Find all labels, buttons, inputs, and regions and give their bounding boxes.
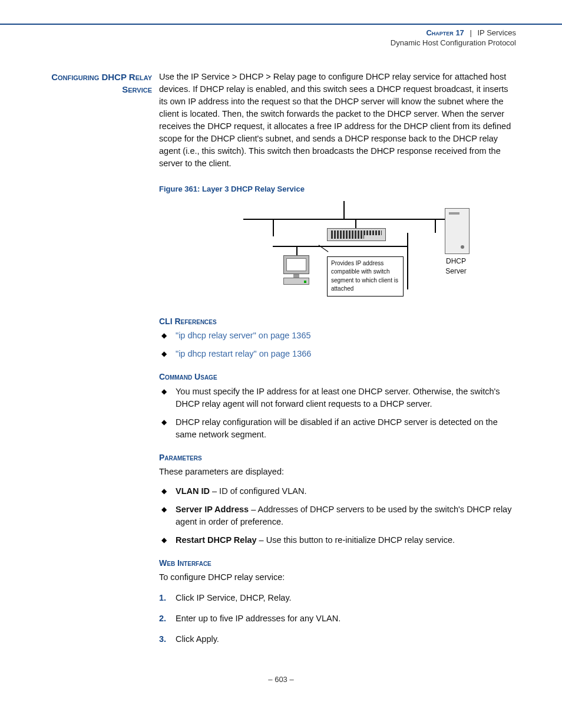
list-item: VLAN ID – ID of configured VLAN. (159, 485, 516, 498)
list-item: DHCP relay configuration will be disable… (159, 416, 516, 441)
cross-reference-link[interactable]: "ip dhcp relay server" on page 1365 (176, 331, 311, 340)
param-name: Restart DHCP Relay (176, 535, 257, 545)
param-desc: – ID of configured VLAN. (210, 486, 306, 496)
parameters-list: VLAN ID – ID of configured VLAN. Server … (159, 485, 516, 546)
chapter-label: Chapter 17 (426, 28, 464, 37)
section-title: Dynamic Host Configuration Protocol (0, 38, 516, 47)
parameters-heading: Parameters (159, 452, 516, 463)
page-number: – 603 – (0, 675, 562, 698)
param-desc: – Use this button to re-initialize DHCP … (257, 535, 455, 545)
chapter-title: IP Services (477, 28, 516, 37)
list-item: Restart DHCP Relay – Use this button to … (159, 534, 516, 546)
param-name: Server IP Address (176, 505, 249, 514)
figure-callout: Provides IP address compatible with swit… (327, 256, 404, 297)
figure-diagram: DHCP Server Provides IP address compatib… (190, 201, 485, 301)
client-pc-icon (280, 255, 313, 291)
step-text: Enter up to five IP addresses for any VL… (176, 614, 340, 623)
command-usage-list: You must specify the IP address for at l… (159, 386, 516, 441)
server-label: DHCP Server (435, 256, 477, 277)
page-header: Chapter 17 | IP Services Dynamic Host Co… (0, 24, 562, 47)
web-interface-heading: Web Interface (159, 557, 516, 569)
param-name: VLAN ID (176, 486, 210, 496)
figure-caption: Figure 361: Layer 3 DHCP Relay Service (159, 184, 516, 195)
cli-references-list: "ip dhcp relay server" on page 1365 "ip … (159, 330, 516, 360)
intro-paragraph: Use the IP Service > DHCP > Relay page t… (159, 71, 516, 170)
list-item: Server IP Address – Addresses of DHCP se… (159, 503, 516, 528)
step-text: Click Apply. (176, 634, 219, 644)
cross-reference-link[interactable]: "ip dhcp restart relay" on page 1366 (176, 349, 311, 358)
step-text: Click IP Service, DHCP, Relay. (176, 593, 292, 602)
list-item: "ip dhcp restart relay" on page 1366 (159, 348, 516, 360)
header-separator: | (470, 28, 471, 37)
parameters-intro: These parameters are displayed: (159, 466, 516, 478)
server-icon (445, 208, 470, 254)
web-interface-steps: 1.Click IP Service, DHCP, Relay. 2.Enter… (159, 592, 516, 645)
step-item: 1.Click IP Service, DHCP, Relay. (159, 592, 516, 604)
switch-icon (327, 228, 386, 241)
web-interface-intro: To configure DHCP relay service: (159, 571, 516, 584)
command-usage-heading: Command Usage (159, 371, 516, 383)
step-item: 3.Click Apply. (159, 633, 516, 645)
list-item: You must specify the IP address for at l… (159, 386, 516, 410)
side-heading: Configuring DHCP Relay Service (46, 71, 152, 95)
cli-references-heading: CLI References (159, 315, 516, 327)
list-item: "ip dhcp relay server" on page 1365 (159, 330, 516, 342)
step-item: 2.Enter up to five IP addresses for any … (159, 612, 516, 625)
